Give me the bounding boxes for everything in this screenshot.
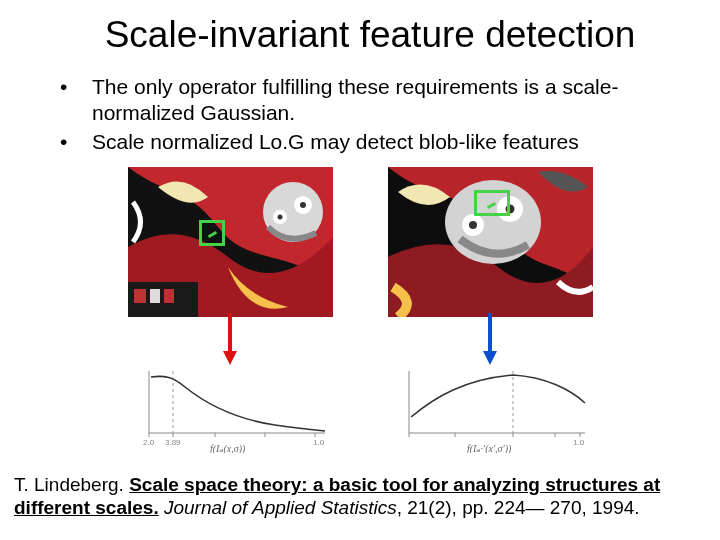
svg-text:f(Iₐ·′(x′,σ′)): f(Iₐ·′(x′,σ′)) (467, 443, 512, 453)
example-image-left (128, 167, 333, 317)
svg-text:1.0: 1.0 (313, 438, 325, 447)
svg-text:1.0: 1.0 (573, 438, 585, 447)
feature-marker-right (474, 190, 510, 216)
citation-journal: Journal of Applied Statistics (164, 497, 397, 518)
example-image-right (388, 167, 593, 317)
svg-point-4 (300, 202, 306, 208)
slide-title: Scale-invariant feature detection (0, 0, 720, 56)
citation-author: T. Lindeberg. (14, 474, 124, 495)
svg-text:f(Iₐ(x,σ)): f(Iₐ(x,σ)) (210, 443, 246, 453)
svg-rect-7 (134, 289, 146, 303)
response-curve-right: 1.0 f(Iₐ·′(x′,σ′)) (385, 363, 595, 453)
figure-panel-left: 2.0 3.89 1.0 f(Iₐ(x,σ)) (125, 167, 335, 453)
svg-text:2.0: 2.0 (143, 438, 155, 447)
svg-point-27 (469, 221, 477, 229)
bullet-item: The only operator fulfilling these requi… (50, 74, 680, 127)
arrow-down-icon (487, 313, 493, 365)
figure-panel-right: 1.0 f(Iₐ·′(x′,σ′)) (385, 167, 595, 453)
bullet-list: The only operator fulfilling these requi… (0, 74, 720, 155)
citation-details: , 21(2), pp. 224— 270, 1994. (397, 497, 640, 518)
svg-rect-9 (164, 289, 174, 303)
svg-rect-8 (150, 289, 160, 303)
feature-marker-left (199, 220, 225, 246)
svg-point-5 (277, 214, 282, 219)
svg-text:3.89: 3.89 (165, 438, 181, 447)
citation: T. Lindeberg. Scale space theory: a basi… (14, 474, 706, 520)
bullet-item: Scale normalized Lo.G may detect blob-li… (50, 129, 680, 155)
arrow-down-icon (227, 313, 233, 365)
figure-row: 2.0 3.89 1.0 f(Iₐ(x,σ)) (0, 167, 720, 453)
response-curve-left: 2.0 3.89 1.0 f(Iₐ(x,σ)) (125, 363, 335, 453)
